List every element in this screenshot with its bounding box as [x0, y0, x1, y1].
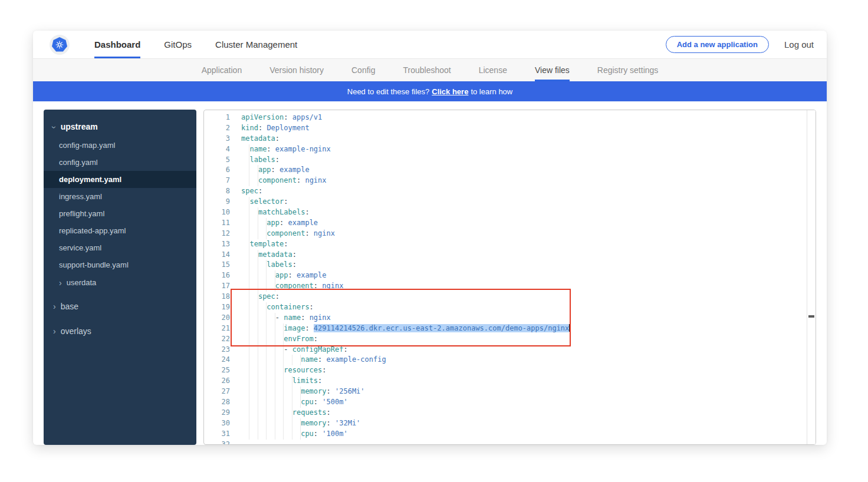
nav-item-dashboard[interactable]: Dashboard: [94, 31, 140, 58]
chevron-right-icon: ›: [53, 303, 56, 309]
code-line-5: 5 labels:: [204, 155, 816, 166]
tree-item-support-bundle-yaml[interactable]: support-bundle.yaml: [44, 256, 196, 273]
code-line-14: 14 metadata:: [204, 250, 816, 260]
chevron-down-icon: ›: [51, 126, 57, 129]
kubernetes-logo-icon: [50, 35, 70, 55]
line-number: 32: [204, 440, 230, 445]
logout-link[interactable]: Log out: [784, 39, 814, 49]
tree-item-upstream[interactable]: ›upstream: [44, 117, 196, 137]
code-line-26: 26 limits:: [204, 376, 816, 387]
line-number: 10: [204, 207, 230, 218]
line-number: 22: [204, 334, 230, 345]
line-content: requests:: [230, 408, 331, 418]
file-tree-sidebar: ›upstreamconfig-map.yamlconfig.yamldeplo…: [44, 110, 196, 445]
code-line-10: 10 matchLabels:: [204, 207, 816, 218]
line-content: envFrom:: [230, 334, 318, 345]
tab-troubleshoot[interactable]: Troubleshoot: [403, 59, 451, 81]
line-number: 6: [204, 165, 230, 176]
line-content: component: nginx: [230, 229, 335, 239]
tree-item-label: replicated-app.yaml: [59, 226, 126, 235]
tree-item-service-yaml[interactable]: service.yaml: [44, 239, 196, 256]
tree-item-replicated-app-yaml[interactable]: replicated-app.yaml: [44, 222, 196, 239]
tree-item-ingress-yaml[interactable]: ingress.yaml: [44, 188, 196, 205]
line-number: 12: [204, 229, 230, 239]
code-line-6: 6 app: example: [204, 165, 816, 176]
code-line-23: 23 - configMapRef:: [204, 345, 816, 355]
line-content: spec:: [230, 186, 262, 197]
tree-item-label: upstream: [61, 122, 98, 131]
line-content: - configMapRef:: [230, 345, 348, 355]
line-number: 31: [204, 429, 230, 440]
tab-version-history[interactable]: Version history: [269, 59, 324, 81]
line-content: memory: '32Mi': [230, 418, 360, 429]
line-content: template:: [230, 239, 288, 250]
line-number: 15: [204, 260, 230, 270]
app-tabbar: ApplicationVersion historyConfigTroubles…: [33, 59, 827, 81]
line-number: 7: [204, 176, 230, 186]
tree-item-userdata[interactable]: ›userdata: [44, 273, 196, 292]
tree-item-deployment-yaml[interactable]: deployment.yaml: [44, 171, 196, 188]
scrollbar-cursor-marker: [808, 315, 814, 318]
line-content: resources:: [230, 365, 327, 376]
code-line-24: 24 name: example-config: [204, 355, 816, 365]
tab-license[interactable]: License: [479, 59, 507, 81]
code-line-22: 22 envFrom:: [204, 334, 816, 345]
line-number: 28: [204, 397, 230, 408]
code-line-8: 8spec:: [204, 186, 816, 197]
line-number: 11: [204, 218, 230, 229]
tree-item-config-map-yaml[interactable]: config-map.yaml: [44, 137, 196, 154]
code-line-30: 30 memory: '32Mi': [204, 418, 816, 429]
line-number: 14: [204, 250, 230, 260]
line-number: 5: [204, 155, 230, 166]
add-application-button[interactable]: Add a new application: [666, 36, 769, 53]
code-line-4: 4 name: example-nginx: [204, 144, 816, 155]
main-nav: DashboardGitOpsCluster Management: [94, 31, 297, 58]
tree-item-overlays[interactable]: ›overlays: [44, 321, 196, 341]
line-number: 25: [204, 365, 230, 376]
line-content: memory: '256Mi': [230, 387, 365, 397]
tab-registry-settings[interactable]: Registry settings: [597, 59, 658, 81]
code-line-1: 1apiVersion: apps/v1: [204, 113, 816, 123]
tree-item-label: config.yaml: [59, 158, 98, 167]
line-number: 29: [204, 408, 230, 418]
nav-item-gitops[interactable]: GitOps: [164, 31, 192, 58]
line-content: - name: nginx: [230, 313, 331, 323]
yaml-editor[interactable]: 1apiVersion: apps/v12kind: Deployment3me…: [203, 110, 816, 445]
chevron-right-icon: ›: [53, 328, 56, 334]
tree-item-config-yaml[interactable]: config.yaml: [44, 154, 196, 171]
selected-text: 429114214526.dkr.ecr.us-east-2.amazonaws…: [314, 324, 569, 332]
nav-item-cluster-management[interactable]: Cluster Management: [215, 31, 297, 58]
editor-scrollbar[interactable]: [807, 110, 816, 444]
tab-view-files[interactable]: View files: [535, 59, 570, 81]
line-content: [230, 440, 241, 445]
banner-text-before: Need to edit these files?: [347, 87, 429, 96]
line-content: apiVersion: apps/v1: [230, 113, 322, 123]
line-content: cpu: '500m': [230, 397, 348, 408]
tab-application[interactable]: Application: [202, 59, 242, 81]
code-line-3: 3metadata:: [204, 134, 816, 144]
tree-item-preflight-yaml[interactable]: preflight.yaml: [44, 205, 196, 222]
tree-item-label: config-map.yaml: [59, 141, 115, 150]
line-number: 8: [204, 186, 230, 197]
tree-item-label: preflight.yaml: [59, 209, 104, 218]
line-content: containers:: [230, 302, 314, 313]
line-content: spec:: [230, 292, 280, 302]
banner-click-here-link[interactable]: Click here: [432, 87, 468, 96]
line-content: metadata:: [230, 250, 297, 260]
tree-item-label: overlays: [61, 326, 91, 336]
tab-config[interactable]: Config: [351, 59, 375, 81]
line-number: 3: [204, 134, 230, 144]
tree-item-label: userdata: [67, 278, 97, 287]
line-number: 30: [204, 418, 230, 429]
tree-item-label: support-bundle.yaml: [59, 260, 129, 269]
line-content: cpu: '100m': [230, 429, 348, 440]
code-line-31: 31 cpu: '100m': [204, 429, 816, 440]
code-line-7: 7 component: nginx: [204, 176, 816, 186]
text-cursor: [569, 324, 570, 332]
code-line-9: 9 selector:: [204, 197, 816, 207]
tree-item-base[interactable]: ›base: [44, 296, 196, 316]
code-line-2: 2kind: Deployment: [204, 123, 816, 134]
line-number: 16: [204, 270, 230, 281]
code-line-13: 13 template:: [204, 239, 816, 250]
line-content: selector:: [230, 197, 288, 207]
